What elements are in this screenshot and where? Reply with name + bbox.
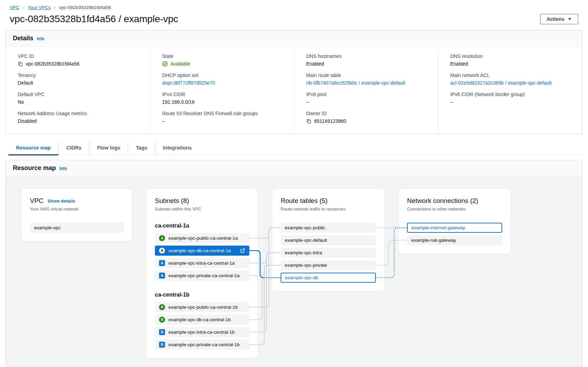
field-value: Available [162,60,287,67]
details-grid: VPC IDvpc-082b35328b1fd4a56TenancyDefaul… [6,46,582,134]
subnet-label: example-vpc-public-ca-central-1b [168,305,238,310]
tab-tags[interactable]: Tags [128,142,155,155]
tab-cidrs[interactable]: CIDRs [59,142,90,155]
breadcrumb: VPC›Your VPCs›vpc-082b35328b1fd4a56 [6,0,582,10]
network-connection-item-example-internet-gateway[interactable]: example-internet-gateway [407,223,502,233]
availability-zone-badge: B [159,317,165,323]
subnet-item-example-vpc-db-ca-central-1a[interactable]: Aexample-vpc-db-ca-central-1a [155,246,249,256]
field-label: VPC ID [18,53,143,59]
field-value: acl-02e5d92327a2c365b / example-vpc-defa… [450,79,575,86]
subnet-item-example-vpc-intra-ca-central-1b[interactable]: Bexample-vpc-intra-ca-central-1b [155,327,249,337]
subnet-item-example-vpc-intra-ca-central-1a[interactable]: Aexample-vpc-intra-ca-central-1a [155,258,249,268]
network-connection-label: example-nat-gateway [411,238,456,243]
subnet-item-example-vpc-public-ca-central-1b[interactable]: Bexample-vpc-public-ca-central-1b [155,302,249,312]
field-value: Disabled [18,118,143,125]
details-column: VPC IDvpc-082b35328b1fd4a56TenancyDefaul… [6,49,150,133]
network-connection-item-example-nat-gateway[interactable]: example-nat-gateway [407,235,502,245]
subnets-card: Subnets (8) Subnets within this VPC ca-c… [146,188,258,358]
field-label: Owner ID [306,111,431,116]
breadcrumb-separator: › [23,5,24,10]
resource-map-body: VPC Show details Your AWS virtual networ… [6,176,582,366]
route-table-item-example-vpc-db[interactable]: example-vpc-db [281,273,376,283]
tab-integrations[interactable]: Integrations [155,142,199,155]
field-vpc-id: VPC IDvpc-082b35328b1fd4a56 [18,53,143,67]
copy-icon[interactable] [306,119,312,124]
availability-zone-badge: A [159,260,165,266]
field-value-text: Available [171,61,190,67]
field-ipv4-cidr: IPv4 CIDR192.168.0.0/16 [162,92,287,105]
tab-flow-logs[interactable]: Flow logs [89,142,128,155]
details-info-link[interactable]: Info [37,36,44,41]
tab-bar: Resource mapCIDRsFlow logsTagsIntegratio… [6,142,582,155]
availability-zone-badge: B [159,329,165,335]
subnet-label: example-vpc-db-ca-central-1b [168,317,231,322]
field-label: Network Address Usage metrics [18,111,143,116]
field-value-link[interactable]: rtb-0fb7407a8cc525b0c / example-vpc-defa… [306,80,405,86]
field-label: DNS hostnames [306,53,431,59]
availability-zone-badge: B [159,304,165,310]
actions-button-label: Actions [547,16,564,22]
field-value-text: Enabled [306,61,324,67]
vpc-item[interactable]: example-vpc [30,223,124,233]
subnet-item-example-vpc-public-ca-central-1a[interactable]: Aexample-vpc-public-ca-central-1a [155,233,249,243]
field-value: Default [18,79,143,86]
field-value-link[interactable]: acl-02e5d92327a2c365b / example-vpc-defa… [450,80,552,86]
route-table-item-example-vpc-intra[interactable]: example-vpc-intra [281,248,376,258]
field-value-text: vpc-082b35328b1fd4a56 [26,61,80,67]
field-value: Enabled [450,60,575,67]
resource-map-panel: Resource map Info VPC Show details Your … [6,160,582,367]
field-value-text: 192.168.0.0/16 [162,99,194,105]
resource-map-info-link[interactable]: Info [59,166,67,171]
subnet-label: example-vpc-private-ca-central-1a [168,273,240,278]
field-value: vpc-082b35328b1fd4a56 [18,60,143,67]
field-value-link[interactable]: dopt-0bf772ff87d525e70 [162,80,215,86]
breadcrumb-item-your-vpcs[interactable]: Your VPCs [28,5,51,10]
field-label: IPv6 CIDR (Network border group) [450,92,575,97]
vpc-card-title: VPC [30,197,43,205]
breadcrumb-item-vpc[interactable]: VPC [10,5,19,10]
route-table-item-example-vpc-public[interactable]: example-vpc-public [281,223,376,233]
field-ipv6-pool: IPv6 pool– [306,92,431,105]
field-label: Default VPC [18,92,143,97]
field-label: DHCP option set [162,72,287,78]
vpc-show-details-link[interactable]: Show details [48,198,75,204]
field-value-text: – [162,118,165,124]
subnets-card-title: Subnets (8) [155,197,249,205]
subnet-item-example-vpc-private-ca-central-1b[interactable]: Bexample-vpc-private-ca-central-1b [155,340,249,350]
network-connections-card-subtitle: Connections to other networks [407,207,502,212]
subnet-label: example-vpc-intra-ca-central-1a [168,261,235,266]
resource-map-header: Resource map Info [6,160,582,176]
field-dhcp-option-set: DHCP option setdopt-0bf772ff87d525e70 [162,72,287,86]
subnet-item-example-vpc-private-ca-central-1a[interactable]: Aexample-vpc-private-ca-central-1a [155,271,249,281]
copy-icon[interactable] [18,61,23,67]
subnet-label: example-vpc-public-ca-central-1a [168,236,238,241]
route-tables-card-subtitle: Route network traffic to resources [281,207,376,212]
breadcrumb-item-vpc-082b35328b1fd4a56: vpc-082b35328b1fd4a56 [59,5,111,10]
field-value: dopt-0bf772ff87d525e70 [162,79,287,86]
subnet-item-example-vpc-db-ca-central-1b[interactable]: Bexample-vpc-db-ca-central-1b [155,315,249,325]
field-label: Main route table [306,72,431,78]
field-value-text: 651149123960 [314,118,346,124]
field-value-text: Default [18,80,33,86]
field-default-vpc: Default VPCNo [18,92,143,105]
external-link-icon[interactable] [240,248,245,253]
field-value: – [306,99,431,105]
network-connection-label: example-internet-gateway [411,225,465,230]
title-row: vpc-082b35328b1fd4a56 / example-vpc Acti… [6,10,582,30]
field-label: Route 53 Resolver DNS Firewall rule grou… [162,111,287,116]
field-label: IPv4 CIDR [162,92,287,97]
field-value-text: – [450,99,453,105]
page-title: vpc-082b35328b1fd4a56 / example-vpc [10,14,178,25]
route-table-label: example-vpc-default [285,238,327,243]
field-value: – [450,99,575,105]
field-value: 192.168.0.0/16 [162,99,287,105]
route-table-item-example-vpc-default[interactable]: example-vpc-default [281,235,376,245]
field-owner-id: Owner ID651149123960 [306,111,431,125]
actions-button[interactable]: Actions [540,14,578,24]
tab-resource-map[interactable]: Resource map [8,142,59,155]
subnet-label: example-vpc-private-ca-central-1b [168,342,240,347]
field-value-text: – [306,99,309,105]
route-table-item-example-vpc-private[interactable]: example-vpc-private [281,260,376,270]
field-tenancy: TenancyDefault [18,72,143,86]
field-state: StateAvailable [162,53,287,67]
